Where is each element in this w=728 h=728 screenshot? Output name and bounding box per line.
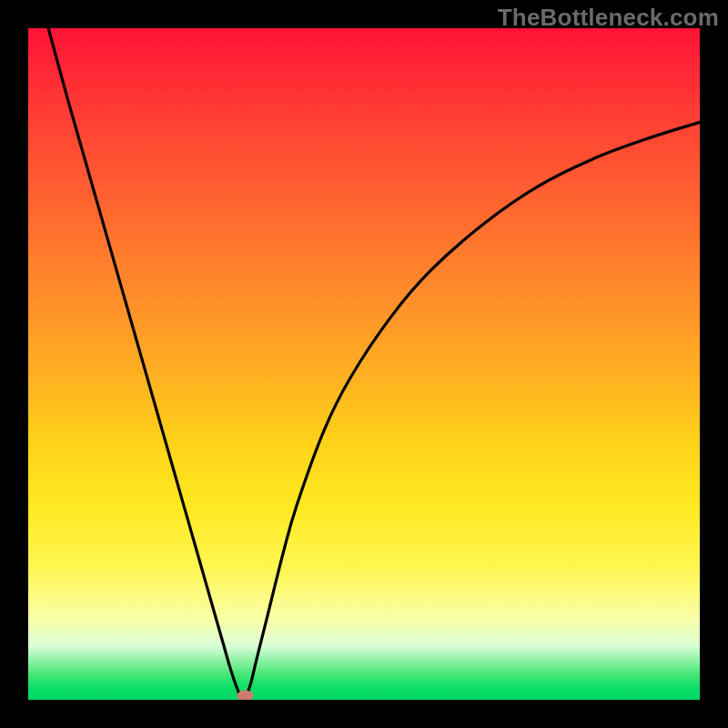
plot-area	[28, 28, 700, 700]
bottleneck-curve-path	[48, 28, 700, 700]
watermark-text: TheBottleneck.com	[498, 4, 719, 32]
chart-frame: TheBottleneck.com	[0, 0, 728, 728]
curve-svg	[28, 28, 700, 700]
